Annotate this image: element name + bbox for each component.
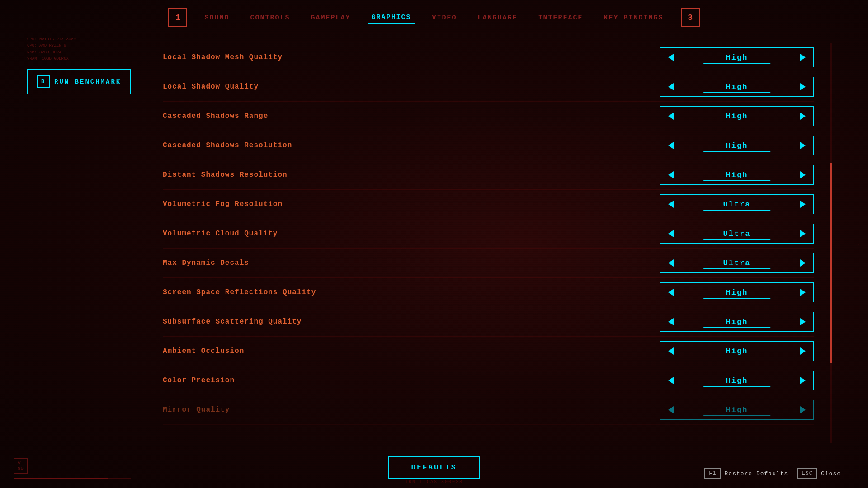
version-info: V85 [14, 458, 131, 479]
setting-label-9: Subsurface Scattering Quality [163, 318, 660, 326]
setting-next-10[interactable] [793, 342, 813, 361]
setting-next-1[interactable] [793, 77, 813, 96]
version-badge: V85 [14, 458, 28, 474]
setting-prev-3[interactable] [660, 136, 681, 155]
benchmark-icon: B [37, 75, 50, 88]
setting-control-4: High [660, 165, 814, 185]
settings-list: Local Shadow Mesh Quality High Local Sha… [163, 43, 814, 425]
setting-value-7: Ultra [681, 259, 793, 267]
setting-row-subsurface-scattering: Subsurface Scattering Quality High [163, 307, 814, 337]
setting-value-2: High [681, 112, 793, 121]
setting-next-7[interactable] [793, 253, 813, 272]
setting-row-local-shadow-quality: Local Shadow Quality High [163, 72, 814, 102]
setting-next-3[interactable] [793, 136, 813, 155]
setting-row-color-precision: Color Precision High [163, 366, 814, 395]
setting-row-volumetric-fog: Volumetric Fog Resolution Ultra [163, 190, 814, 219]
setting-prev-6[interactable] [660, 224, 681, 243]
tab-controls[interactable]: CONTROLS [246, 12, 293, 24]
top-navigation: 1 SOUND CONTROLS GAMEPLAY GRAPHICS VIDEO… [0, 0, 868, 32]
setting-prev-11[interactable] [660, 371, 681, 390]
setting-value-6: Ultra [681, 230, 793, 238]
tech-code: TRN_TLCAS_800038 [405, 479, 463, 484]
version-bar-fill [14, 478, 108, 479]
setting-control-9: High [660, 312, 814, 332]
setting-prev-1[interactable] [660, 77, 681, 96]
arrow-left-icon-12 [668, 406, 674, 413]
run-benchmark-button[interactable]: B RUN BENCHMARK [27, 69, 131, 94]
setting-prev-12[interactable] [660, 400, 681, 419]
setting-prev-7[interactable] [660, 253, 681, 272]
bottom-hotkeys: F1 Restore Defaults ESC Close [704, 468, 841, 479]
tab-gameplay[interactable]: GAMEPLAY [307, 12, 354, 24]
setting-next-5[interactable] [793, 195, 813, 214]
setting-label-11: Color Precision [163, 376, 660, 385]
arrow-right-icon-1 [800, 83, 806, 90]
hotkey-restore-label: Restore Defaults [725, 470, 788, 477]
setting-row-screen-space-reflections: Screen Space Reflections Quality High [163, 278, 814, 307]
arrow-left-icon-11 [668, 377, 674, 384]
arrow-right-icon-4 [800, 171, 806, 178]
hotkey-close: ESC Close [797, 468, 841, 479]
arrow-left-icon-6 [668, 230, 674, 237]
hotkey-restore-defaults: F1 Restore Defaults [704, 468, 788, 479]
scrollbar[interactable] [830, 43, 832, 443]
arrow-left-icon-1 [668, 83, 674, 90]
setting-row-max-dynamic-decals: Max Dynamic Decals Ultra [163, 249, 814, 278]
setting-control-6: Ultra [660, 224, 814, 244]
setting-value-1: High [681, 83, 793, 91]
benchmark-label: RUN BENCHMARK [54, 78, 121, 85]
deco-line [10, 90, 10, 398]
setting-prev-8[interactable] [660, 283, 681, 302]
setting-prev-5[interactable] [660, 195, 681, 214]
setting-label-0: Local Shadow Mesh Quality [163, 53, 660, 61]
arrow-right-icon-12 [800, 406, 806, 413]
setting-next-6[interactable] [793, 224, 813, 243]
setting-prev-9[interactable] [660, 312, 681, 331]
arrow-left-icon-9 [668, 318, 674, 325]
tab-video[interactable]: VIDEO [428, 12, 460, 24]
setting-next-8[interactable] [793, 283, 813, 302]
nav-bracket-right: 3 [681, 8, 700, 27]
arrow-right-icon-11 [800, 377, 806, 384]
setting-label-8: Screen Space Reflections Quality [163, 288, 660, 296]
arrow-left-icon-8 [668, 289, 674, 296]
setting-next-4[interactable] [793, 165, 813, 184]
setting-prev-10[interactable] [660, 342, 681, 361]
setting-row-mirror-quality: Mirror Quality High [163, 395, 814, 425]
nav-bracket-left: 1 [168, 8, 187, 27]
setting-label-2: Cascaded Shadows Range [163, 112, 660, 120]
arrow-left-icon-10 [668, 347, 674, 355]
tab-keybindings[interactable]: KEY BINDINGS [600, 12, 667, 24]
arrow-right-icon-2 [800, 113, 806, 120]
setting-next-2[interactable] [793, 107, 813, 126]
setting-prev-0[interactable] [660, 48, 681, 67]
tab-graphics[interactable]: GRAPHICS [368, 11, 415, 24]
setting-row-ambient-occlusion: Ambient Occlusion High [163, 337, 814, 366]
setting-next-9[interactable] [793, 312, 813, 331]
setting-control-5: Ultra [660, 194, 814, 214]
setting-label-3: Cascaded Shadows Resolution [163, 141, 660, 150]
setting-label-1: Local Shadow Quality [163, 83, 660, 91]
setting-next-11[interactable] [793, 371, 813, 390]
setting-control-0: High [660, 47, 814, 67]
setting-next-0[interactable] [793, 48, 813, 67]
setting-value-5: Ultra [681, 200, 793, 209]
setting-value-4: High [681, 171, 793, 179]
setting-label-5: Volumetric Fog Resolution [163, 200, 660, 208]
setting-row-volumetric-cloud: Volumetric Cloud Quality Ultra [163, 219, 814, 249]
tab-interface[interactable]: INTERFACE [535, 12, 587, 24]
setting-control-3: High [660, 136, 814, 155]
setting-control-7: Ultra [660, 253, 814, 273]
arrow-left-icon-2 [668, 113, 674, 120]
tab-language[interactable]: LANGUAGE [474, 12, 521, 24]
setting-row-cascaded-shadows-range: Cascaded Shadows Range High [163, 102, 814, 131]
scrollbar-thumb[interactable] [830, 163, 832, 363]
defaults-button[interactable]: DEFAULTS [388, 456, 481, 479]
arrow-left-icon-5 [668, 201, 674, 208]
tab-sound[interactable]: SOUND [201, 12, 233, 24]
setting-prev-2[interactable] [660, 107, 681, 126]
setting-next-12[interactable] [793, 400, 813, 419]
setting-prev-4[interactable] [660, 165, 681, 184]
arrow-right-icon-3 [800, 142, 806, 149]
hotkey-close-label: Close [821, 470, 841, 477]
